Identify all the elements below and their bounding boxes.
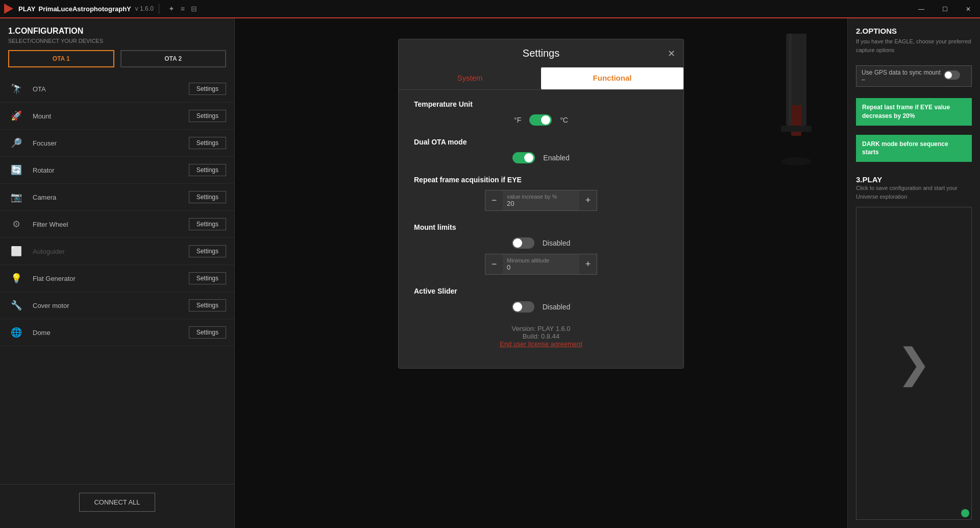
- flatgen-settings-button[interactable]: Settings: [189, 272, 226, 284]
- mount-limits-toggle[interactable]: [512, 237, 534, 249]
- app-name: PrimaLuceAstrophotographY: [38, 5, 131, 13]
- active-slider-toggle-knob: [513, 302, 522, 311]
- titlebar-icons: ✦ ≡ ⊟: [168, 5, 197, 13]
- modal-tabs: System Functional: [399, 67, 683, 90]
- device-row: 🔎 Focuser Settings: [0, 130, 234, 157]
- mount-altitude-control: − Minimum altitude 0 +: [414, 254, 668, 275]
- rotator-label: Rotator: [33, 166, 189, 174]
- save-icon[interactable]: ⊟: [191, 5, 197, 13]
- repeat-frame-button[interactable]: Repeat last frame if EYE value decreases…: [856, 98, 972, 126]
- connect-all-button[interactable]: CONNECT ALL: [79, 493, 155, 512]
- app-logo: PLAY PrimaLuceAstrophotographY: [4, 4, 131, 14]
- focuser-icon: 🔎: [8, 135, 24, 151]
- close-button[interactable]: ✕: [957, 0, 980, 18]
- dual-ota-toggle[interactable]: [512, 152, 535, 163]
- ota-icon: 🔭: [8, 81, 24, 97]
- gps-select-text: Use GPS data to sync mount –: [862, 69, 944, 83]
- device-row: ⚙ Filter Wheel Settings: [0, 211, 234, 238]
- repeat-stepper-minus[interactable]: −: [485, 190, 503, 210]
- dual-ota-state: Enabled: [543, 154, 569, 162]
- flatgen-icon: 💡: [8, 270, 24, 286]
- play-chevron-icon: ❯: [897, 343, 931, 384]
- temp-toggle[interactable]: [529, 114, 552, 126]
- left-panel: 1.CONFIGURATION SELECT/CONNECT YOUR DEVI…: [0, 18, 235, 528]
- filterwheel-settings-button[interactable]: Settings: [189, 218, 226, 230]
- filterwheel-label: Filter Wheel: [33, 221, 189, 228]
- app-version: v 1.6.0: [135, 5, 154, 12]
- app-play-prefix: PLAY: [18, 5, 35, 13]
- repeat-section: Repeat frame acquisition if EYE − value …: [414, 176, 668, 211]
- focuser-label: Focuser: [33, 139, 189, 147]
- dome-settings-button[interactable]: Settings: [189, 326, 226, 339]
- config-title: 1.CONFIGURATION: [0, 27, 234, 38]
- autoguider-settings-button[interactable]: Settings: [189, 245, 226, 257]
- rotator-settings-button[interactable]: Settings: [189, 164, 226, 176]
- camera-icon: 📷: [8, 189, 24, 205]
- play-section: 3.PLAY Click to save configuration and s…: [856, 171, 972, 201]
- altitude-stepper-minus[interactable]: −: [485, 254, 503, 274]
- build-text: Build: 0.8.44: [414, 332, 668, 340]
- active-slider-state: Disabled: [543, 303, 570, 311]
- tab-functional[interactable]: Functional: [541, 67, 683, 89]
- repeat-stepper-placeholder: value increase by %: [507, 194, 575, 200]
- device-row: 🌐 Dome Settings: [0, 319, 234, 346]
- gps-toggle-track: [944, 70, 960, 80]
- play-status-indicator: [961, 509, 969, 517]
- active-slider-toggle[interactable]: [512, 301, 534, 313]
- ota-settings-button[interactable]: Settings: [189, 83, 226, 95]
- dual-ota-label: Dual OTA mode: [414, 138, 668, 146]
- temp-unit-label: Temperature Unit: [414, 100, 668, 108]
- play-area[interactable]: ❯: [856, 207, 972, 520]
- mount-icon: 🚀: [8, 108, 24, 124]
- repeat-stepper-plus[interactable]: +: [579, 190, 597, 210]
- device-row: ⬜ Autoguider Settings: [0, 238, 234, 265]
- focuser-settings-button[interactable]: Settings: [189, 137, 226, 149]
- temp-toggle-track: [529, 114, 552, 126]
- eula-link[interactable]: End user license agreement: [414, 340, 668, 348]
- modal-content: Temperature Unit °F °C: [399, 90, 683, 358]
- device-row: 🔄 Rotator Settings: [0, 157, 234, 184]
- mount-limits-toggle-knob: [513, 238, 522, 248]
- repeat-label: Repeat frame acquisition if EYE: [414, 176, 668, 184]
- maximize-button[interactable]: ☐: [933, 0, 957, 18]
- altitude-stepper-input[interactable]: Minimum altitude 0: [503, 254, 579, 274]
- covermotor-settings-button[interactable]: Settings: [189, 299, 226, 311]
- mount-limits-section: Mount limits Disabled: [414, 223, 668, 275]
- device-row: 🔧 Cover motor Settings: [0, 292, 234, 319]
- gps-toggle[interactable]: [944, 70, 966, 82]
- mount-limits-label: Mount limits: [414, 223, 668, 231]
- rotator-icon: 🔄: [8, 162, 24, 178]
- modal-title: Settings: [523, 47, 559, 59]
- temp-f-label: °F: [514, 116, 521, 124]
- altitude-stepper-value: 0: [507, 263, 575, 271]
- mount-settings-button[interactable]: Settings: [189, 110, 226, 122]
- gps-select[interactable]: Use GPS data to sync mount –: [856, 65, 972, 87]
- cursor-icon[interactable]: ✦: [168, 5, 175, 13]
- filterwheel-icon: ⚙: [8, 216, 24, 232]
- minimize-button[interactable]: —: [910, 0, 933, 18]
- device-row: 🔭 OTA Settings: [0, 76, 234, 103]
- camera-settings-button[interactable]: Settings: [189, 191, 226, 203]
- modal-close-button[interactable]: ✕: [668, 49, 675, 58]
- device-row: 💡 Flat Generator Settings: [0, 265, 234, 292]
- flatgen-label: Flat Generator: [33, 275, 189, 282]
- ota-buttons: OTA 1 OTA 2: [0, 50, 234, 76]
- sliders-icon[interactable]: ≡: [181, 5, 185, 13]
- tab-system[interactable]: System: [399, 67, 541, 89]
- altitude-stepper-plus[interactable]: +: [579, 254, 597, 274]
- mount-limits-toggle-control: Disabled: [414, 237, 668, 249]
- ota1-button[interactable]: OTA 1: [8, 50, 114, 67]
- dual-ota-section: Dual OTA mode Enabled: [414, 138, 668, 163]
- play-subtitle: Click to save configuration and start yo…: [856, 184, 972, 201]
- temp-c-label: °C: [560, 116, 568, 124]
- titlebar: PLAY PrimaLuceAstrophotographY v 1.6.0 ✦…: [0, 0, 980, 18]
- ota2-button[interactable]: OTA 2: [120, 50, 227, 67]
- version-info: Version: PLAY 1.6.0 Build: 0.8.44 End us…: [414, 325, 668, 348]
- dark-mode-button[interactable]: DARK mode before sequence starts: [856, 135, 972, 162]
- right-panel: 2.OPTIONS If you have the EAGLE, choose …: [847, 18, 980, 528]
- repeat-stepper-input[interactable]: value increase by % 20: [503, 190, 579, 210]
- connect-all-wrap: CONNECT ALL: [0, 484, 234, 520]
- covermotor-icon: 🔧: [8, 297, 24, 314]
- mount-label: Mount: [33, 112, 189, 120]
- camera-label: Camera: [33, 194, 189, 201]
